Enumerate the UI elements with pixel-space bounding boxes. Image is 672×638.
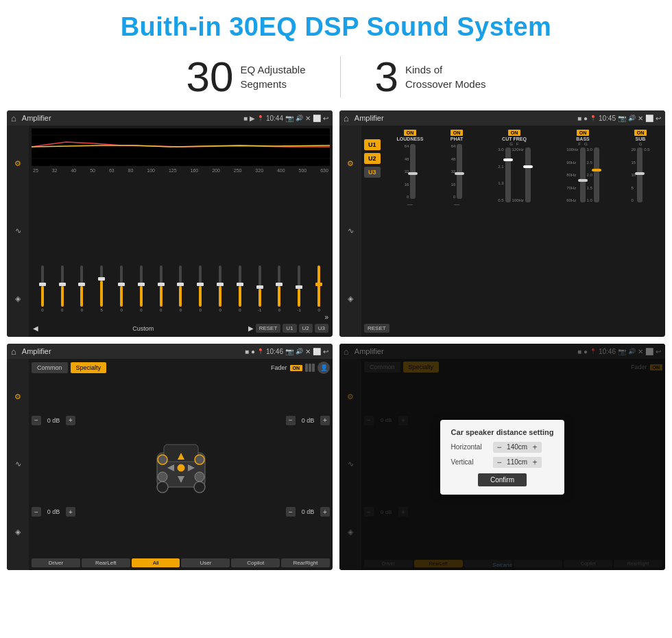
eq-slider-3[interactable]: 0 bbox=[73, 265, 92, 312]
window-icon2[interactable]: ⬜ bbox=[645, 115, 653, 122]
speaker-body: ⚙ ∿ ◈ Common Specialty Fader ON bbox=[7, 359, 333, 570]
eq-freq-labels: 253240506380100125160200250320400500630 bbox=[32, 167, 330, 174]
eq-slider-6[interactable]: 0 bbox=[132, 265, 151, 312]
home-icon[interactable]: ⌂ bbox=[11, 113, 16, 123]
vol-minus-tl[interactable]: − bbox=[32, 416, 41, 425]
back-icon3[interactable]: ↩ bbox=[323, 348, 328, 355]
loudness-slider[interactable] bbox=[410, 144, 416, 199]
vertical-label: Vertical bbox=[451, 458, 489, 466]
u3-crossover-btn[interactable]: U3 bbox=[364, 167, 381, 178]
screen3-time: 10:46 bbox=[266, 348, 283, 355]
home-icon3[interactable]: ⌂ bbox=[11, 346, 16, 357]
pin-icon: 📍 bbox=[257, 115, 264, 121]
next-btn[interactable]: ▶ bbox=[248, 324, 254, 332]
vol-plus-br[interactable]: + bbox=[320, 507, 330, 517]
horizontal-input[interactable]: − 140cm + bbox=[493, 442, 542, 453]
tab-specialty[interactable]: Specialty bbox=[71, 362, 107, 373]
eq-slider-14[interactable]: -1 bbox=[289, 265, 309, 312]
reset-crossover-btn[interactable]: RESET bbox=[364, 324, 389, 333]
horizontal-minus[interactable]: − bbox=[496, 442, 503, 452]
close-icon2[interactable]: ✕ bbox=[638, 115, 643, 122]
sidebar-waveform-icon[interactable]: ∿ bbox=[10, 223, 26, 239]
sidebar-waveform-icon3[interactable]: ∿ bbox=[10, 456, 26, 473]
sidebar-settings-icon2[interactable]: ⚙ bbox=[342, 155, 359, 172]
window-icon3[interactable]: ⬜ bbox=[313, 348, 321, 355]
eq-slider-9[interactable]: 0 bbox=[191, 265, 210, 312]
volume-icon2[interactable]: 🔊 bbox=[628, 115, 636, 121]
phat-slider[interactable] bbox=[457, 144, 462, 199]
screen-eq-body: ⚙ ∿ ◈ bbox=[7, 126, 333, 337]
sidebar-waveform-icon2[interactable]: ∿ bbox=[342, 223, 359, 239]
cutfreq-slider[interactable] bbox=[505, 147, 511, 202]
dialog-title: Car speaker distance setting bbox=[451, 428, 554, 436]
eq-slider-5[interactable]: 0 bbox=[112, 265, 131, 312]
volume-icon3[interactable]: 🔊 bbox=[296, 348, 303, 355]
vol-plus-tl[interactable]: + bbox=[66, 416, 75, 425]
vol-minus-br[interactable]: − bbox=[286, 507, 296, 517]
dialog-box: Car speaker distance setting Horizontal … bbox=[440, 420, 565, 495]
sidebar-settings-icon[interactable]: ⚙ bbox=[10, 155, 26, 172]
back-icon2[interactable]: ↩ bbox=[656, 115, 661, 122]
eq-slider-4[interactable]: 5 bbox=[92, 265, 111, 312]
close-icon[interactable]: ✕ bbox=[305, 115, 311, 122]
tab-common[interactable]: Common bbox=[32, 362, 68, 373]
rearright-btn[interactable]: RearRight bbox=[281, 558, 330, 567]
u3-btn[interactable]: U3 bbox=[315, 324, 328, 333]
vertical-plus[interactable]: + bbox=[531, 458, 539, 467]
sidebar-settings-icon3[interactable]: ⚙ bbox=[10, 388, 26, 405]
eq-slider-12[interactable]: -1 bbox=[250, 265, 269, 312]
u1-btn[interactable]: U1 bbox=[283, 324, 296, 333]
sub-slider[interactable] bbox=[637, 147, 643, 202]
cutfreq-label: CUT FREQ bbox=[502, 137, 527, 141]
crossover-main: U1 U2 U3 ON LOUDNESS 644832160 bbox=[361, 126, 665, 337]
sidebar-speaker-icon3[interactable]: ◈ bbox=[10, 524, 26, 541]
close-icon3[interactable]: ✕ bbox=[305, 348, 311, 355]
vol-minus-bl[interactable]: − bbox=[32, 507, 41, 517]
volume-icon[interactable]: 🔊 bbox=[296, 115, 303, 121]
horizontal-plus[interactable]: + bbox=[531, 442, 539, 452]
eq-slider-15[interactable]: 0 bbox=[309, 265, 328, 312]
driver-btn[interactable]: Driver bbox=[32, 558, 80, 567]
confirm-button[interactable]: Confirm bbox=[478, 473, 527, 486]
crossover-body: ⚙ ∿ ◈ U1 U2 U3 ON bbox=[339, 126, 665, 337]
vol-minus-tr[interactable]: − bbox=[286, 416, 296, 425]
copilot-btn[interactable]: Copilot bbox=[231, 558, 280, 567]
play-icon[interactable]: ▶ bbox=[250, 115, 255, 122]
vol-plus-bl[interactable]: + bbox=[66, 507, 75, 517]
vol-row-tr: − 0 dB + bbox=[286, 416, 330, 425]
sidebar-speaker-icon2[interactable]: ◈ bbox=[342, 291, 359, 307]
reset-btn[interactable]: RESET bbox=[256, 324, 281, 333]
eq-slider-11[interactable]: 0 bbox=[230, 265, 250, 312]
u1-crossover-btn[interactable]: U1 bbox=[364, 139, 381, 150]
eq-slider-2[interactable]: 0 bbox=[53, 265, 72, 312]
record-icon: ■ bbox=[243, 115, 248, 122]
bass-slider[interactable] bbox=[580, 147, 586, 202]
eq-slider-10[interactable]: 0 bbox=[211, 265, 230, 312]
rearleft-btn[interactable]: RearLeft bbox=[82, 558, 130, 567]
bass-slider2[interactable] bbox=[594, 147, 599, 202]
eq-slider-8[interactable]: 0 bbox=[171, 265, 191, 312]
camera-icon3[interactable]: 📷 bbox=[285, 348, 293, 355]
vol-plus-tr[interactable]: + bbox=[320, 416, 330, 425]
screen-speaker: ⌂ Amplifier ■ ● 📍 10:46 📷 🔊 ✕ ⬜ ↩ ⚙ ∿ bbox=[7, 344, 333, 570]
home-icon2[interactable]: ⌂ bbox=[344, 113, 349, 123]
vertical-input[interactable]: − 110cm + bbox=[493, 457, 542, 468]
u2-crossover-btn[interactable]: U2 bbox=[364, 153, 381, 164]
dialog-horizontal-row: Horizontal − 140cm + bbox=[451, 442, 554, 453]
screen-eq-statusbar: ⌂ Amplifier ■ ▶ 📍 10:44 📷 🔊 ✕ ⬜ ↩ bbox=[7, 110, 333, 126]
vertical-minus[interactable]: − bbox=[496, 458, 503, 467]
all-btn[interactable]: All bbox=[132, 558, 180, 567]
camera-icon[interactable]: 📷 bbox=[285, 115, 293, 122]
window-icon[interactable]: ⬜ bbox=[313, 115, 321, 122]
sidebar-speaker-icon[interactable]: ◈ bbox=[10, 291, 26, 307]
u2-btn[interactable]: U2 bbox=[299, 324, 313, 333]
user-icon[interactable]: 👤 bbox=[317, 362, 330, 374]
eq-slider-7[interactable]: 0 bbox=[152, 265, 171, 312]
cutfreq-slider2[interactable] bbox=[525, 147, 531, 202]
user-btn[interactable]: User bbox=[181, 558, 230, 567]
camera-icon2[interactable]: 📷 bbox=[618, 115, 626, 122]
prev-btn[interactable]: ◀ bbox=[33, 324, 38, 332]
eq-slider-13[interactable]: 0 bbox=[270, 265, 289, 312]
eq-slider-1[interactable]: 0 bbox=[33, 265, 52, 312]
back-icon[interactable]: ↩ bbox=[323, 115, 328, 122]
